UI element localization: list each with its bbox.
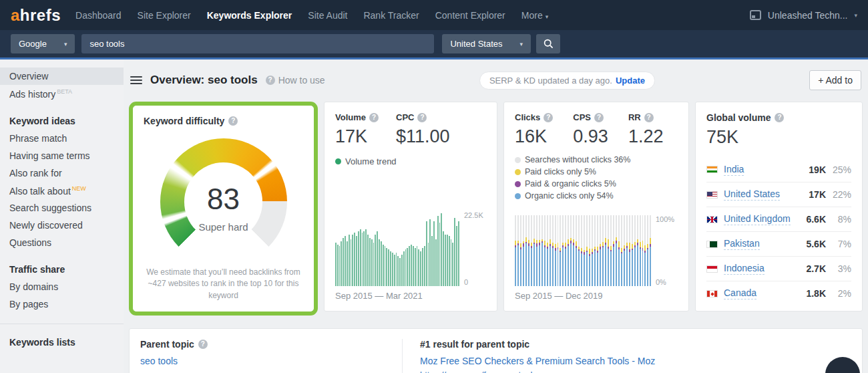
help-icon[interactable]: ? [644, 113, 654, 122]
help-icon[interactable]: ? [594, 113, 604, 122]
top-navigation: ahrefs Dashboard Site Explorer Keywords … [0, 0, 868, 30]
flag-india-icon [706, 166, 718, 173]
kd-rating-label: Super hard [160, 221, 287, 233]
volume-bars [335, 211, 459, 286]
y-max-label: 22.5K [464, 211, 486, 219]
nav-dashboard[interactable]: Dashboard [75, 10, 122, 21]
legend-organic-clicks-only: Organic clicks only 54% [515, 191, 678, 201]
nav-content-explorer[interactable]: Content Explorer [435, 10, 505, 21]
country-link[interactable]: United Kingdom [724, 213, 791, 225]
volume-y-axis: 22.5K 0 [459, 211, 486, 286]
sidebar-header-traffic-share: Traffic share [0, 261, 124, 278]
sidebar-item-overview[interactable]: Overview [0, 68, 124, 85]
top-result-url-link[interactable]: https://moz.com/free-seo-tools ▾ [420, 370, 851, 373]
add-to-button[interactable]: + Add to [809, 70, 861, 90]
legend-dot-blue-icon [515, 193, 521, 199]
help-icon[interactable]: ? [228, 116, 238, 126]
how-to-use-link[interactable]: ? How to use [266, 75, 325, 86]
beta-badge: BETA [57, 88, 72, 95]
legend-paid-and-organic: Paid & organic clicks 5% [515, 179, 678, 189]
ahrefs-logo[interactable]: ahrefs [11, 6, 61, 25]
nav-rank-tracker[interactable]: Rank Tracker [363, 10, 419, 21]
chevron-down-icon: ▾ [854, 12, 857, 19]
volume-trend-chart: 22.5K 0 [335, 211, 486, 286]
sidebar-item-by-pages[interactable]: By pages [0, 295, 124, 313]
nav-keywords-explorer[interactable]: Keywords Explorer [207, 10, 292, 21]
volume-card: Volume? 17K CPC? $11.00 Volume trend 22. [324, 102, 497, 312]
parent-topic-card: Parent topic ? seo tools #1 result for p… [129, 328, 863, 373]
clicks-y-axis: 100% 0% [651, 215, 678, 286]
sidebar-divider [0, 324, 124, 324]
volume-metrics: Volume? 17K CPC? $11.00 [335, 112, 486, 147]
country-select[interactable]: United States ▾ [442, 34, 531, 53]
country-link[interactable]: Canada [724, 287, 756, 299]
account-name: Unleashed Techn... [768, 10, 848, 21]
nav-more[interactable]: More▾ [521, 10, 548, 21]
search-icon [544, 39, 554, 49]
sidebar-item-questions[interactable]: Questions [0, 234, 124, 251]
update-link[interactable]: Update [616, 76, 645, 86]
country-row-pakistan: Pakistan 5.6K 7% [706, 231, 851, 256]
cpc-value: $11.00 [396, 126, 450, 147]
search-button[interactable] [536, 34, 560, 53]
highlight-box: Keyword difficulty ? 83 Super hard We es… [129, 102, 318, 316]
kd-gauge: 83 Super hard [160, 138, 287, 249]
menu-icon[interactable] [130, 76, 142, 84]
legend-searches-without-clicks: Searches without clicks 36% [515, 155, 678, 164]
clicks-bars [515, 215, 651, 286]
parent-topic-link[interactable]: seo tools [140, 356, 178, 366]
global-volume-value: 75K [706, 127, 851, 148]
sidebar-item-newly-discovered[interactable]: Newly discovered [0, 217, 124, 234]
sidebar-item-also-rank-for[interactable]: Also rank for [0, 164, 124, 182]
flag-pakistan-icon [706, 241, 718, 248]
sidebar-item-having-same-terms[interactable]: Having same terms [0, 147, 124, 164]
flag-united-kingdom-icon [706, 216, 718, 223]
volume-trend-legend: Volume trend [335, 156, 486, 166]
flag-united-states-icon [706, 191, 718, 199]
sidebar-item-ads-history[interactable]: Ads historyBETA [0, 85, 124, 103]
legend-dot-purple-icon [515, 181, 521, 187]
clicks-metrics: Clicks? 16K CPS? 0.93 RR? 1.22 [515, 112, 678, 147]
page-title: Overview: seo tools [150, 74, 258, 87]
volume-date-range: Sep 2015 — Mar 2021 [335, 291, 486, 301]
country-link[interactable]: Pakistan [724, 238, 760, 250]
search-bar: Google ▾ United States ▾ [0, 30, 868, 59]
help-icon[interactable]: ? [544, 113, 553, 122]
flag-indonesia-icon [706, 265, 718, 273]
sidebar-header-keywords-lists: Keywords lists [0, 334, 124, 351]
help-icon[interactable]: ? [775, 113, 784, 122]
serp-update-pill: SERP & KD updated a day ago. Update [479, 72, 655, 90]
country-link[interactable]: Indonesia [724, 263, 765, 275]
y-max-label: 100% [656, 215, 678, 223]
metric-volume: Volume? 17K [335, 112, 379, 147]
parent-topic-label: Parent topic ? [140, 339, 402, 350]
metric-cps: CPS? 0.93 [573, 112, 608, 147]
help-icon[interactable]: ? [198, 340, 208, 349]
legend-dot-yellow-icon [515, 169, 521, 175]
keyword-input[interactable] [81, 34, 434, 53]
nav-site-audit[interactable]: Site Audit [308, 10, 347, 21]
help-icon[interactable]: ? [417, 113, 427, 122]
sidebar: Overview Ads historyBETA Keyword ideas P… [0, 59, 124, 373]
search-engine-value: Google [19, 39, 47, 49]
country-link[interactable]: United States [724, 189, 780, 201]
legend-paid-clicks-only: Paid clicks only 5% [515, 167, 678, 176]
sidebar-item-phrase-match[interactable]: Phrase match [0, 130, 124, 147]
country-link[interactable]: India [724, 164, 744, 176]
sidebar-item-by-domains[interactable]: By domains [0, 278, 124, 295]
clicks-chart: 100% 0% [515, 215, 678, 286]
logo-rest: hrefs [20, 6, 61, 24]
clicks-value: 16K [515, 126, 553, 147]
nav-site-explorer[interactable]: Site Explorer [138, 10, 191, 21]
sidebar-item-also-talk-about[interactable]: Also talk aboutNEW [0, 182, 124, 200]
account-menu[interactable]: Unleashed Techn... ▾ [750, 10, 857, 21]
search-engine-select[interactable]: Google ▾ [11, 34, 75, 53]
kd-score: 83 [160, 182, 287, 216]
sidebar-item-search-suggestions[interactable]: Search suggestions [0, 199, 124, 217]
country-row-united-kingdom: United Kingdom 6.6K 8% [706, 207, 851, 231]
global-volume-title: Global volume ? [706, 112, 851, 123]
help-icon[interactable]: ? [369, 113, 379, 122]
top-result-title-link[interactable]: Moz Free SEO Checkers & Premium Search T… [420, 356, 655, 366]
kd-card-title: Keyword difficulty ? [144, 116, 303, 126]
y-min-label: 0 [464, 278, 486, 286]
